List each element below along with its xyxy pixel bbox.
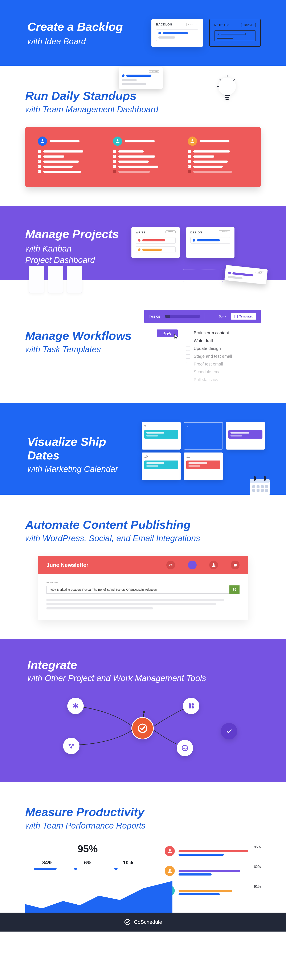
svg-rect-3 [226,99,229,100]
item-dot-icon [216,33,219,35]
avatar-icon [38,137,47,146]
checkbox-done-icon [38,160,41,163]
toolbar-divider [205,313,205,320]
calendar-cell: 11 [184,452,223,480]
sub-bar-fill [114,868,118,870]
checkbox-done-icon [38,170,41,173]
workflow-task-label: Schedule email [194,369,223,374]
sub-bar: 10% [114,860,142,870]
templates-button[interactable]: Templates [231,313,256,320]
body-placeholder-lines [46,599,240,609]
person-row: 82% [165,865,261,877]
gear-icon: ✱ [67,698,84,714]
floating-card-tag: BACKLOG [149,70,160,73]
item-dot-icon [138,248,141,251]
svg-rect-11 [264,476,266,481]
person-bar [179,870,240,872]
item-subtitle-pill [158,37,175,38]
headline-text: 400+ Marketing Leaders Reveal The Benefi… [46,585,229,593]
avatar-icon [165,846,175,856]
section-text: Manage Projects with Kanban Project Dash… [25,227,119,266]
avatar-name-pill [200,140,229,142]
item-title-pill [197,239,220,242]
heading-backlog: Create a Backlog [27,19,123,34]
task-pill [119,171,150,173]
svg-point-23 [72,744,74,746]
section-text: Manage Workflows with Task Templates [25,310,132,354]
wave-icon [177,740,193,756]
standups-column [188,137,248,175]
heading-kanban: Manage Projects [25,227,119,241]
section-workflows: Manage Workflows with Task Templates TAS… [0,280,286,403]
subheading-kanban: with Kanban Project Dashboard [25,243,119,266]
item-dot-icon [158,32,161,34]
section-integrate: Integrate with Other Project and Work Ma… [0,639,286,782]
svg-rect-16 [252,489,255,492]
svg-rect-1 [224,95,230,96]
checkbox-icon [186,347,190,351]
kanban-item [190,237,230,243]
calendar-grid: 3 4 5 10 [142,422,265,480]
sub-bar: 84% [34,860,61,870]
sort-dropdown[interactable]: Sort [219,315,227,318]
coschedule-center-icon [131,717,154,740]
task-pill [43,165,73,168]
workflow-task-label: Proof test email [194,362,223,367]
app-icon [183,698,199,714]
item-title-pill [221,33,246,35]
person-bar [179,850,248,852]
svg-rect-26 [189,703,191,708]
check-icon [221,723,237,740]
person-percent: 91% [179,885,261,889]
workflow-task-label: Brainstorm content [194,331,229,336]
automate-header: June Newsletter ✉ [38,556,248,574]
apply-button-label: Apply [163,332,171,335]
svg-point-24 [70,746,72,748]
backlog-card: BACKLOG BACKLOG [152,19,203,47]
overall-percent: 95% [25,843,150,855]
backlog-cards-cluster: BACKLOG BACKLOG NEXT UP NEXT UP [137,19,261,47]
svg-line-5 [220,79,221,80]
svg-rect-15 [265,485,268,488]
apply-button[interactable]: Apply [157,329,178,337]
section-text: Create a Backlog with Idea Board [27,19,123,46]
checkbox-icon [186,339,190,343]
calendar-cell: 10 [142,452,181,480]
sub-bar-value: 10% [114,860,142,865]
checkbox-icon [186,331,190,335]
checkbox-done-icon [113,165,116,168]
svg-rect-2 [225,97,229,98]
subheading-backlog: with Idea Board [27,37,123,46]
checkbox-icon [188,155,191,158]
item-title-pill [126,75,152,77]
standups-column [38,137,98,175]
workflow-task-list: Brainstorm contentWrite draftUpdate desi… [186,331,232,382]
automate-panel: June Newsletter ✉ HEADLINE 400+ Marketin… [38,556,248,620]
sub-bar-value: 84% [34,860,61,865]
avatar-name-pill [125,140,155,142]
workflow-task: Pull statistics [186,377,232,382]
headline-label: HEADLINE [46,582,58,584]
person-bar [179,873,211,875]
task-pill [43,156,64,158]
item-title-pill [232,272,253,277]
item-dot-icon [122,74,125,77]
item-subtitle-pill [216,37,234,38]
task-pill [193,156,214,158]
heading-automate: Automate Content Publishing [25,518,261,531]
svg-point-22 [68,744,71,746]
item-subtitle-pill [122,79,137,81]
workflow-task: Schedule email [186,369,232,374]
person-percent: 82% [179,865,261,869]
kanban-col-tag: WRITE [166,231,175,233]
checkbox-done-icon [113,155,116,158]
sub-bar-fill [74,868,77,870]
lightbulb-icon [216,75,238,107]
kanban-col-label: WRITE [136,231,145,234]
svg-rect-9 [250,479,270,483]
workflow-task: Proof test email [186,362,232,367]
person-row: 95% [165,845,261,857]
avatar-icon [165,866,175,876]
toolbar-label-tasks: TASKS [149,315,160,318]
nextup-card: NEXT UP NEXT UP [209,19,261,47]
